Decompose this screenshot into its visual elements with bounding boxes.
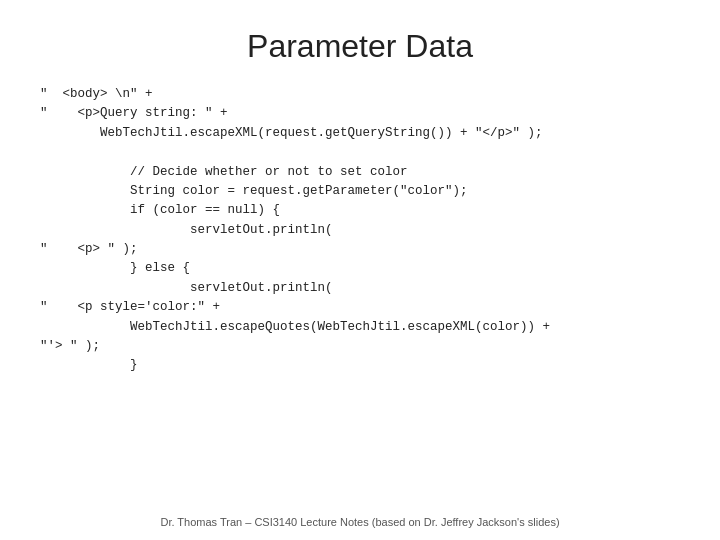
code-line-11: servletOut.println( [40, 281, 333, 295]
footer-text: Dr. Thomas Tran – CSI3140 Lecture Notes … [0, 516, 720, 528]
page-title: Parameter Data [247, 28, 473, 65]
code-block: " <body> \n" + " <p>Query string: " + We… [40, 85, 680, 376]
code-line-1: " <body> \n" + [40, 87, 153, 101]
code-line-9: " <p> " ); [40, 242, 138, 256]
code-line-5: // Decide whether or not to set color [40, 165, 408, 179]
code-line-14: "'> " ); [40, 339, 100, 353]
code-line-12: " <p style='color:" + [40, 300, 220, 314]
code-line-10: } else { [40, 261, 190, 275]
code-line-7: if (color == null) { [40, 203, 280, 217]
code-line-3: WebTechJtil.escapeXML(request.getQuerySt… [40, 126, 543, 140]
code-line-2: " <p>Query string: " + [40, 106, 228, 120]
code-line-15: } [40, 358, 138, 372]
code-line-8: servletOut.println( [40, 223, 333, 237]
code-line-6: String color = request.getParameter("col… [40, 184, 468, 198]
code-line-13: WebTechJtil.escapeQuotes(WebTechJtil.esc… [40, 320, 550, 334]
